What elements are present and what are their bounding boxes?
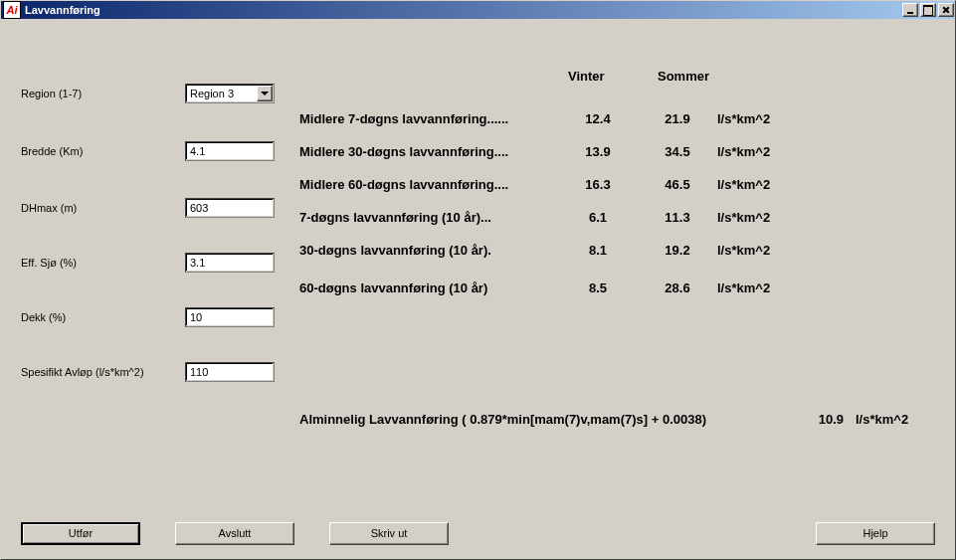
row-sommer: 46.5 xyxy=(638,177,717,192)
row-label: 30-døgns lavvannføring (10 år). xyxy=(299,243,558,258)
row-vinter: 16.3 xyxy=(558,177,638,192)
close-button[interactable] xyxy=(938,3,954,17)
row-sommer: 19.2 xyxy=(638,243,717,258)
dhmax-input[interactable]: 603 xyxy=(185,198,275,218)
window-title: Lavvannføring xyxy=(25,4,100,16)
row-sommer: 21.9 xyxy=(638,111,717,126)
header-sommer: Sommer xyxy=(658,69,709,84)
app-icon: Ai xyxy=(3,1,21,19)
row-7-10ar: 7-døgns lavvannføring (10 år)... 6.1 11.… xyxy=(299,207,935,227)
row-midlere-7: Midlere 7-døgns lavvannføring...... 12.4… xyxy=(299,108,935,128)
row-unit: l/s*km^2 xyxy=(717,210,797,225)
row-sommer: 28.6 xyxy=(638,280,717,295)
titlebar: Ai Lavvannføring xyxy=(1,1,955,19)
dhmax-input-value: 603 xyxy=(190,202,208,214)
label-bredde: Bredde (Km) xyxy=(21,145,185,157)
row-label: Midlere 30-døgns lavvannføring.... xyxy=(299,144,558,159)
row-label: 60-døgns lavvannføring (10 år) xyxy=(299,280,558,295)
row-unit: l/s*km^2 xyxy=(717,144,797,159)
label-dekk: Dekk (%) xyxy=(21,311,185,323)
formula-value: 10.9 xyxy=(784,412,856,427)
row-sommer: 11.3 xyxy=(638,210,717,225)
dekk-input[interactable]: 10 xyxy=(185,307,275,327)
utfor-button[interactable]: Utfør xyxy=(21,522,140,545)
bredde-input[interactable]: 4.1 xyxy=(185,141,275,161)
row-unit: l/s*km^2 xyxy=(717,243,797,258)
region-select-value: Region 3 xyxy=(190,88,234,99)
row-vinter: 8.5 xyxy=(558,280,638,295)
skrivut-button[interactable]: Skriv ut xyxy=(329,522,449,545)
row-vinter: 13.9 xyxy=(558,144,638,159)
label-spesifikt: Spesifikt Avløp (l/s*km^2) xyxy=(21,366,185,378)
row-label: Midlere 60-døgns lavvannføring.... xyxy=(299,177,558,192)
region-select[interactable]: Region 3 xyxy=(185,84,275,103)
row-60-10ar: 60-døgns lavvannføring (10 år) 8.5 28.6 … xyxy=(299,278,935,297)
row-label: Midlere 7-døgns lavvannføring...... xyxy=(299,111,558,126)
effsjo-input-value: 3.1 xyxy=(190,257,205,269)
label-dhmax: DHmax (m) xyxy=(21,202,185,214)
chevron-down-icon[interactable] xyxy=(257,86,273,101)
spesifikt-input[interactable]: 110 xyxy=(185,362,275,382)
formula-row: Alminnelig Lavvannføring ( 0.879*min[mam… xyxy=(299,412,935,427)
header-vinter: Vinter xyxy=(568,69,605,84)
row-midlere-30: Midlere 30-døgns lavvannføring.... 13.9 … xyxy=(299,141,935,161)
maximize-button[interactable] xyxy=(920,3,936,17)
client-area: Region (1-7) Region 3 Bredde (Km) 4.1 DH… xyxy=(1,19,955,559)
label-region: Region (1-7) xyxy=(21,88,185,99)
avslutt-button[interactable]: Avslutt xyxy=(175,522,294,545)
row-vinter: 6.1 xyxy=(558,210,638,225)
row-unit: l/s*km^2 xyxy=(717,177,797,192)
row-sommer: 34.5 xyxy=(638,144,717,159)
row-unit: l/s*km^2 xyxy=(717,111,797,126)
row-label: 7-døgns lavvannføring (10 år)... xyxy=(299,210,558,225)
app-window: Ai Lavvannføring Region (1-7) Region 3 B… xyxy=(0,0,956,560)
row-30-10ar: 30-døgns lavvannføring (10 år). 8.1 19.2… xyxy=(299,240,935,260)
row-unit: l/s*km^2 xyxy=(717,280,797,295)
formula-label: Alminnelig Lavvannføring ( 0.879*min[mam… xyxy=(299,412,706,427)
effsjo-input[interactable]: 3.1 xyxy=(185,253,275,273)
dekk-input-value: 10 xyxy=(190,311,202,323)
row-vinter: 12.4 xyxy=(558,111,638,126)
label-effsjo: Eff. Sjø (%) xyxy=(21,257,185,269)
bredde-input-value: 4.1 xyxy=(190,145,205,157)
formula-unit: l/s*km^2 xyxy=(856,412,935,427)
hjelp-button[interactable]: Hjelp xyxy=(816,522,935,545)
row-vinter: 8.1 xyxy=(558,243,638,258)
minimize-button[interactable] xyxy=(902,3,918,17)
spesifikt-input-value: 110 xyxy=(190,366,208,378)
row-midlere-60: Midlere 60-døgns lavvannføring.... 16.3 … xyxy=(299,174,935,194)
